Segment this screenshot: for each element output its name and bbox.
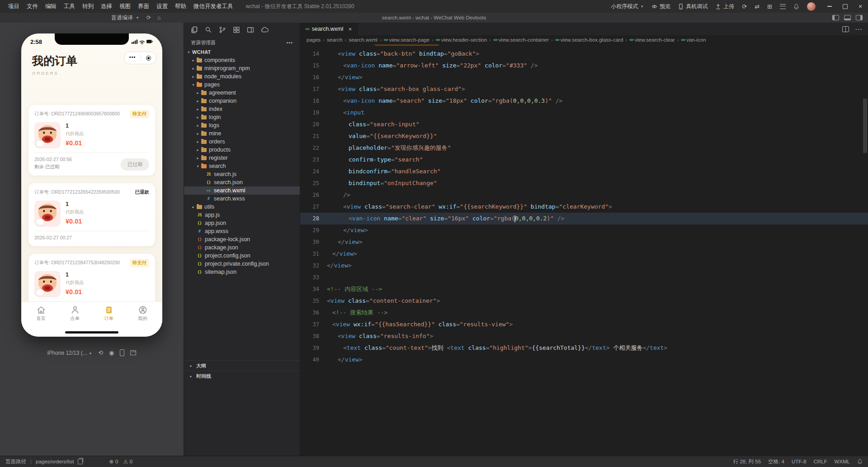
tab-profile[interactable]: 我的 (126, 305, 160, 337)
code-line-19[interactable]: 19<input (300, 107, 868, 119)
cascade-windows-icon[interactable] (130, 350, 136, 355)
code-line-13[interactable]: 13<view class="search-container"> (300, 44, 868, 48)
code-line-18[interactable]: 18<van-icon name="search" size="18px" co… (300, 95, 868, 107)
record-icon[interactable]: ◉ (109, 350, 114, 356)
expired-button[interactable]: 已过期 (121, 158, 149, 171)
copy-icon[interactable] (78, 459, 83, 464)
code-line-20[interactable]: 20class="search-input" (300, 119, 868, 130)
maximize-button[interactable] (837, 0, 853, 13)
code-line-32[interactable]: 32</view> (300, 260, 868, 272)
code-line-38[interactable]: 38<view class="results-info"> (300, 330, 868, 342)
code-line-17[interactable]: 17<view class="search-box glass-card"> (300, 83, 868, 95)
page-path-value[interactable]: pages/orders/list (36, 459, 74, 464)
language-mode[interactable]: WXML (835, 459, 850, 464)
tree-item-products[interactable]: ▸products (184, 146, 300, 154)
grid-icon[interactable]: ⊞ (767, 4, 772, 10)
tree-item-search[interactable]: ▾search (184, 162, 300, 170)
tree-item-orders[interactable]: ▸orders (184, 138, 300, 146)
problems-indicator[interactable]: ⊗0 ⚠0 (109, 458, 132, 465)
code-line-16[interactable]: 16</view> (300, 71, 868, 83)
tree-item-register[interactable]: ▸register (184, 154, 300, 162)
tree-item-mine[interactable]: ▸mine (184, 129, 300, 138)
editor-more-icon[interactable]: ⋯ (855, 25, 862, 33)
tree-item-search.js[interactable]: JSsearch.js (184, 170, 300, 178)
tree-item-miniprogram_npm[interactable]: ▸miniprogram_npm (184, 64, 300, 72)
tree-item-search.wxss[interactable]: #search.wxss (184, 195, 300, 203)
code-line-37[interactable]: 37<view wx:if="{{hasSearched}}" class="r… (300, 319, 868, 330)
split-editor-icon[interactable] (842, 26, 849, 32)
capsule-button[interactable]: ••• (124, 52, 156, 64)
code-line-21[interactable]: 21value="{{searchKeyword}}" (300, 130, 868, 142)
code-line-29[interactable]: 29</view> (300, 224, 868, 236)
menu-icon[interactable] (780, 4, 786, 9)
clear-cache-icon[interactable]: ⌂ (157, 14, 160, 21)
tree-item-logs[interactable]: ▸logs (184, 121, 300, 129)
close-tab-icon[interactable]: ✕ (348, 27, 352, 32)
tree-item-app.wxss[interactable]: #app.wxss (184, 227, 300, 235)
timeline-section[interactable]: ▸时间线 (184, 371, 300, 381)
code-line-34[interactable]: 34<!-- 内容区域 --> (300, 283, 868, 295)
code-line-26[interactable]: 26/> (300, 189, 868, 201)
tree-item-components[interactable]: ▸components (184, 56, 300, 64)
breadcrumb-item[interactable]: <>view.search-container (493, 37, 549, 43)
avatar[interactable] (807, 2, 816, 11)
cloud-icon[interactable] (261, 26, 269, 33)
menu-item[interactable]: 设置 (153, 2, 171, 11)
indent-setting[interactable]: 空格: 4 (768, 458, 784, 465)
tree-item-app.json[interactable]: {}app.json (184, 219, 300, 227)
code-line-39[interactable]: 39<text class="count-text">找到 <text clas… (300, 342, 868, 354)
tree-item-project.private.config.json[interactable]: {}project.private.config.json (184, 260, 300, 268)
tree-item-package-lock.json[interactable]: {}package-lock.json (184, 235, 300, 243)
tree-item-app.js[interactable]: JSapp.js (184, 211, 300, 219)
code-line-33[interactable]: 33 (300, 272, 868, 283)
menu-item[interactable]: 视图 (116, 2, 134, 11)
minimize-button[interactable] (822, 0, 837, 13)
rotate-icon[interactable]: ⟲ (98, 350, 103, 356)
search-icon[interactable] (205, 26, 212, 33)
breadcrumb-item[interactable]: search.wxml (349, 37, 377, 43)
eol-setting[interactable]: CRLF (813, 459, 827, 464)
panel-icon[interactable] (247, 26, 254, 33)
code-line-36[interactable]: 36<!-- 搜索结果 --> (300, 307, 868, 319)
tree-item-utils[interactable]: ▸utils (184, 203, 300, 211)
scrollbar[interactable] (863, 99, 867, 153)
tree-item-index[interactable]: ▸index (184, 105, 300, 113)
bell-icon[interactable] (793, 4, 799, 10)
outline-section[interactable]: ▸大纲 (184, 360, 300, 371)
tree-item-search.json[interactable]: {}search.json (184, 178, 300, 186)
code-line-28[interactable]: 28<van-icon name="clear" size="16px" col… (300, 213, 868, 224)
code-line-14[interactable]: 14<view class="back-btn" bindtap="goBack… (300, 48, 868, 60)
breadcrumb-item[interactable]: pages (307, 37, 321, 43)
code-line-15[interactable]: 15<van-icon name="arrow-left" size="22px… (300, 60, 868, 71)
miniprogram-mode-dropdown[interactable]: 小程序模式▼ (611, 3, 644, 10)
menu-item[interactable]: 帮助 (171, 2, 190, 11)
tree-item-search.wxml[interactable]: <>search.wxml (184, 186, 300, 195)
menu-item[interactable]: 文件 (23, 2, 42, 11)
encoding[interactable]: UTF-8 (792, 459, 807, 464)
menu-item[interactable]: 项目 (5, 2, 23, 11)
extensions-icon[interactable] (233, 26, 240, 33)
tree-item-sitemap.json[interactable]: {}sitemap.json (184, 268, 300, 276)
sync-icon[interactable]: ⟳ (742, 4, 747, 10)
more-actions-icon[interactable]: ••• (286, 40, 293, 45)
order-card[interactable]: 订单号: ORD1772123265422359500500 已退款 1 代肝商… (28, 183, 155, 247)
code-line-24[interactable]: 24bindconfirm="handleSearch" (300, 166, 868, 177)
menu-item[interactable]: 微信开发者工具 (190, 2, 237, 11)
toggle-simulator-panel-icon[interactable] (832, 15, 839, 20)
breadcrumb-item[interactable]: <>view.search-page (384, 37, 429, 43)
order-card[interactable]: 订单号: ORD1772124969003957800800 待支付 1 代肝商… (28, 105, 155, 176)
git-branch-icon[interactable] (219, 26, 226, 33)
tree-item-login[interactable]: ▸login (184, 113, 300, 121)
cursor-position[interactable]: 行 28, 列 55 (733, 458, 761, 465)
tab-home[interactable]: 首页 (24, 305, 58, 337)
switch-icon[interactable]: ⇄ (755, 4, 760, 10)
preview-button[interactable]: 预览 (651, 3, 670, 10)
breadcrumb-item[interactable]: <>van-icon (681, 37, 706, 43)
menu-item[interactable]: 工具 (60, 2, 79, 11)
notifications-bell-icon[interactable] (857, 459, 863, 464)
tree-item-pages[interactable]: ▾pages (184, 81, 300, 89)
breadcrumb-item[interactable]: <>view.header-section (436, 37, 487, 43)
tree-item-agreement[interactable]: ▸agreement (184, 89, 300, 97)
tree-item-node_modules[interactable]: ▸node_modules (184, 72, 300, 81)
code-editor[interactable]: 13<view class="search-container">14<view… (300, 44, 868, 456)
